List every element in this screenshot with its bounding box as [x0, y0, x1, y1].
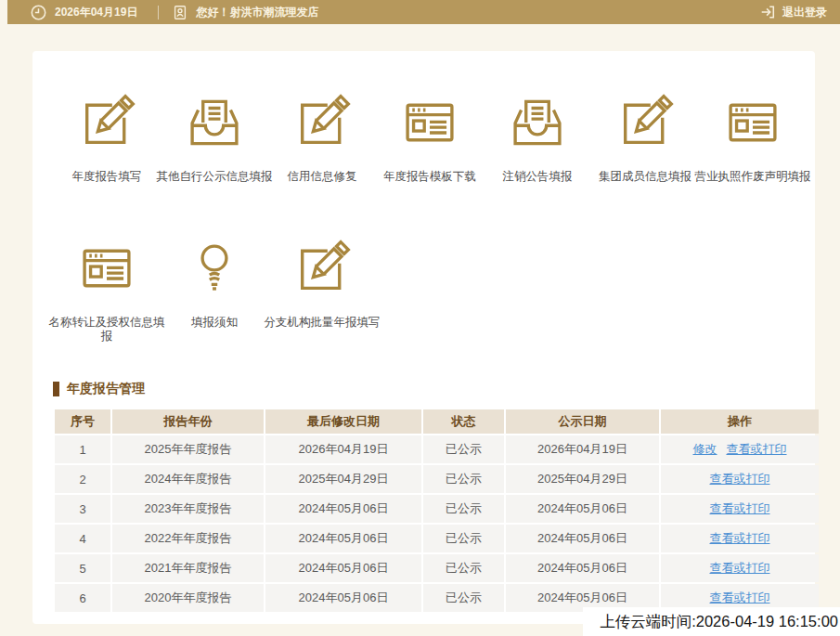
edit-icon [293, 240, 351, 297]
section-title: 年度报告管理 [53, 381, 815, 397]
modify-link[interactable]: 修改 [693, 442, 717, 456]
cell-report-year: 2022年年度报告 [112, 525, 264, 552]
column-header: 最后修改日期 [265, 409, 421, 434]
menu-item[interactable]: 其他自行公示信息填报 [161, 94, 268, 184]
topbar-date: 2026年04月19日 [55, 5, 137, 20]
view-or-print-link[interactable]: 查看或打印 [727, 442, 787, 456]
column-header: 序号 [55, 409, 110, 434]
cell-actions: 查看或打印 [661, 525, 819, 552]
logout-label: 退出登录 [782, 5, 827, 20]
table-row: 1 2025年年度报告 2026年04月19日 已公示 2026年04月19日 … [55, 435, 819, 463]
menu-item[interactable]: 注销公告填报 [484, 94, 591, 184]
menu-item-label: 其他自行公示信息填报 [153, 170, 276, 184]
inbox-icon [186, 94, 243, 151]
topbar-divider [158, 6, 159, 19]
column-header: 状态 [423, 409, 504, 434]
cell-report-year: 2020年年度报告 [112, 584, 264, 612]
clock-icon [30, 4, 47, 21]
menu-grid-row-1: 年度报告填写 其他自行公示信息填报 信用信息修复 [32, 94, 815, 184]
cell-actions: 查看或打印 [661, 554, 819, 582]
column-header: 报告年份 [112, 409, 264, 434]
bulb-icon [186, 240, 243, 297]
column-header: 公示日期 [506, 409, 659, 434]
cell-publish-date: 2026年04月19日 [506, 435, 659, 463]
cell-publish-date: 2024年05月06日 [506, 554, 659, 582]
menu-item[interactable]: 营业执照作废声明填报 [699, 94, 807, 184]
cell-no: 3 [55, 495, 110, 523]
inbox-icon [509, 94, 566, 151]
menu-item-label: 年度报告填写 [45, 170, 168, 184]
cell-status: 已公示 [423, 495, 504, 523]
cell-report-year: 2023年年度报告 [112, 495, 264, 523]
edit-icon [616, 94, 674, 151]
menu-item[interactable]: 填报须知 [161, 240, 268, 344]
annual-report-table: 序号报告年份最后修改日期状态公示日期操作 1 2025年年度报告 2026年04… [53, 408, 821, 614]
menu-item[interactable]: 名称转让及授权信息填报 [53, 240, 161, 344]
menu-item[interactable]: 年度报告填写 [53, 94, 161, 184]
cell-report-year: 2024年年度报告 [112, 465, 264, 493]
view-or-print-link[interactable]: 查看或打印 [710, 591, 770, 604]
table-row: 3 2023年年度报告 2024年05月06日 已公示 2024年05月06日 … [55, 495, 819, 523]
menu-item-label: 年度报告模板下载 [368, 170, 491, 184]
cell-report-year: 2025年年度报告 [112, 435, 264, 463]
cell-actions: 查看或打印 [661, 465, 819, 493]
edit-icon [78, 94, 136, 151]
table-row: 2 2024年年度报告 2025年04月29日 已公示 2025年04月29日 … [55, 465, 819, 493]
user-badge-icon [172, 4, 188, 21]
view-or-print-link[interactable]: 查看或打印 [710, 472, 770, 486]
menu-item[interactable]: 年度报告模板下载 [376, 94, 484, 184]
menu-item-label: 营业执照作废声明填报 [691, 170, 814, 184]
cell-last-modified: 2024年05月06日 [265, 584, 421, 612]
section-title-text: 年度报告管理 [67, 381, 145, 397]
menu-item-label: 填报须知 [153, 316, 276, 330]
cell-last-modified: 2025年04月29日 [265, 465, 421, 493]
menu-item-label: 注销公告填报 [476, 170, 599, 184]
menu-item-label: 集团成员信息填报 [584, 170, 706, 184]
main-card: 年度报告填写 其他自行公示信息填报 信用信息修复 [32, 51, 815, 624]
cell-no: 4 [55, 525, 110, 552]
user-greeting: 您好！射洪市潮流理发店 [196, 5, 318, 20]
logout-icon [759, 4, 776, 20]
topbar: 2026年04月19日 您好！射洪市潮流理发店 退出登录 [7, 0, 840, 24]
cell-actions: 修改查看或打印 [661, 435, 819, 463]
cell-last-modified: 2024年05月06日 [265, 495, 421, 523]
table-header-row: 序号报告年份最后修改日期状态公示日期操作 [55, 409, 819, 434]
table-row: 5 2021年年度报告 2024年05月06日 已公示 2024年05月06日 … [55, 554, 819, 582]
edit-icon [293, 94, 351, 151]
cell-status: 已公示 [423, 465, 504, 493]
cell-status: 已公示 [423, 584, 504, 612]
cell-report-year: 2021年年度报告 [112, 554, 264, 582]
menu-item[interactable]: 分支机构批量年报填写 [268, 240, 376, 344]
window-icon [724, 94, 782, 151]
cell-status: 已公示 [423, 435, 504, 463]
cell-publish-date: 2024年05月06日 [506, 495, 659, 523]
menu-item[interactable]: 信用信息修复 [268, 94, 376, 184]
upload-time-text: 上传云端时间:2026-04-19 16:15:00 [583, 607, 840, 636]
logout-button[interactable]: 退出登录 [759, 4, 827, 20]
cell-publish-date: 2025年04月29日 [506, 465, 659, 493]
cell-last-modified: 2024年05月06日 [265, 525, 421, 552]
column-header: 操作 [661, 409, 819, 434]
view-or-print-link[interactable]: 查看或打印 [710, 501, 770, 515]
cell-no: 5 [55, 554, 110, 582]
menu-item[interactable]: 集团成员信息填报 [591, 94, 699, 184]
topbar-left: 2026年04月19日 您好！射洪市潮流理发店 [30, 4, 318, 21]
table-row: 4 2022年年度报告 2024年05月06日 已公示 2024年05月06日 … [55, 525, 819, 552]
menu-item-label: 信用信息修复 [261, 170, 383, 184]
cell-actions: 查看或打印 [661, 495, 819, 523]
cell-last-modified: 2026年04月19日 [265, 435, 421, 463]
window-icon [401, 94, 459, 151]
menu-item-label: 名称转让及授权信息填报 [45, 316, 168, 344]
menu-item-label: 分支机构批量年报填写 [261, 316, 383, 330]
cell-no: 2 [55, 465, 110, 493]
cell-last-modified: 2024年05月06日 [265, 554, 421, 582]
view-or-print-link[interactable]: 查看或打印 [710, 561, 770, 575]
cell-status: 已公示 [423, 554, 504, 582]
menu-grid-row-2: 名称转让及授权信息填报 填报须知 分支机构批量年报填写 [32, 240, 815, 344]
cell-no: 1 [55, 435, 110, 463]
cell-no: 6 [55, 584, 110, 612]
view-or-print-link[interactable]: 查看或打印 [710, 531, 770, 545]
section-marker [53, 382, 59, 396]
cell-publish-date: 2024年05月06日 [506, 525, 659, 552]
window-icon [78, 240, 136, 297]
